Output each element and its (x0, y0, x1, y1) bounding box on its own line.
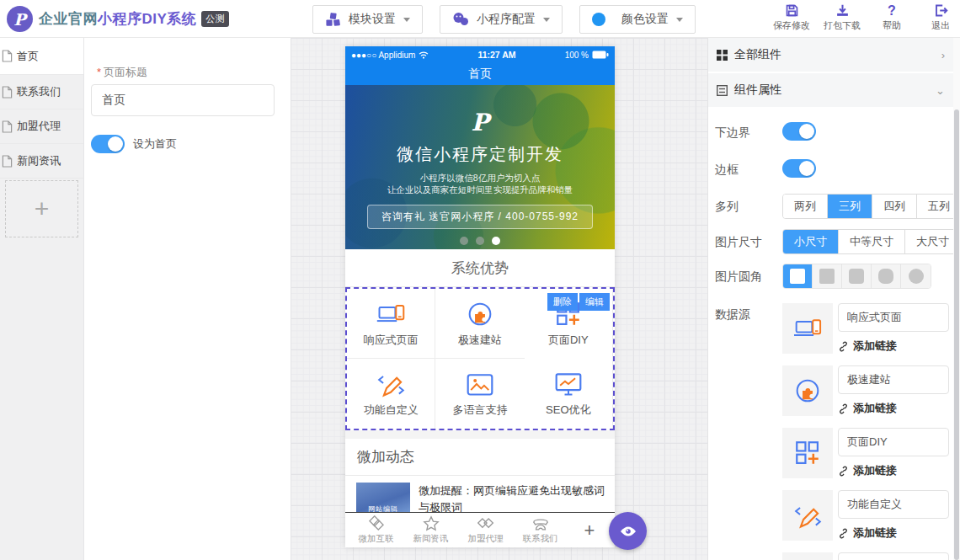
feature-cell-fastbuild[interactable]: 极速建站 (435, 289, 524, 359)
sidebar-item-contact[interactable]: 联系我们 (0, 75, 83, 109)
add-page-button[interactable]: + (5, 180, 78, 237)
radius-option-circle[interactable] (901, 264, 931, 288)
link-icon (838, 341, 849, 352)
sidebar-item-news[interactable]: 新闻资讯 (0, 144, 83, 179)
image-icon (465, 370, 495, 398)
wifi-icon (419, 51, 429, 59)
sidebar-item-label: 新闻资讯 (17, 153, 61, 168)
feature-grid-component-selected[interactable]: 删除 编辑 响应式页面 极速建站 页面DIY 功能自定义 多语言支持 (345, 287, 615, 430)
sidebar-item-label: 联系我们 (17, 84, 61, 99)
bottom-border-label: 下边界 (715, 125, 750, 141)
tab-agent[interactable]: 加盟代理 (458, 515, 513, 545)
feature-cell-custom[interactable]: 功能自定义 (347, 359, 435, 429)
datasource-thumb (782, 365, 833, 416)
phone-tab-bar: 微加互联 新闻资讯 加盟代理 联系我们 + (345, 512, 615, 547)
border-label: 边框 (715, 163, 739, 178)
carousel-dot[interactable] (460, 237, 468, 245)
bottom-border-toggle[interactable] (782, 122, 816, 141)
datasource-thumb (782, 428, 833, 478)
add-link-button[interactable]: 添加链接 (838, 339, 949, 354)
star-icon (422, 515, 440, 532)
phone-nav-bar: 首页 (345, 63, 615, 85)
tab-brand[interactable]: 微加互联 (349, 515, 403, 545)
chevron-down-icon: ⌄ (936, 84, 945, 97)
datasource-title-input[interactable] (838, 303, 949, 332)
datasource-title-input[interactable] (838, 552, 949, 560)
datasource-title-input[interactable] (838, 428, 949, 456)
battery-percent: 100 % (565, 51, 589, 60)
radius-option-square[interactable] (813, 264, 842, 288)
tab-add-button[interactable]: + (568, 520, 611, 541)
set-as-home-toggle[interactable] (91, 135, 125, 153)
news-list-item[interactable]: 网站编辑 微加提醒：网页编辑应避免出现敏感词 与极限词 (345, 476, 615, 512)
plus-icon: + (35, 196, 50, 221)
datasource-title-input[interactable] (838, 365, 949, 394)
modules-settings-menu[interactable]: 模块设置 (312, 5, 423, 34)
scrollbar-thumb[interactable] (954, 109, 959, 560)
sidebar-item-home[interactable]: 首页 (0, 38, 83, 75)
inspector-scrollbar[interactable] (953, 38, 960, 560)
tab-contact[interactable]: 联系我们 (513, 515, 568, 545)
app-logo: P 企业官网小程序DIY系统公测 (7, 6, 229, 32)
sidebar-item-agent[interactable]: 加盟代理 (0, 109, 83, 144)
component-props-header[interactable]: 组件属性 ⌄ (708, 73, 953, 107)
feature-cell-seo[interactable]: SEO优化 (525, 359, 613, 429)
page-settings-panel: *页面标题 设为首页 (84, 38, 291, 560)
set-as-home-label: 设为首页 (133, 136, 177, 152)
all-components-header[interactable]: 全部组件 › (708, 38, 953, 72)
radius-option-rounded-sm[interactable] (842, 264, 872, 288)
columns-option-2[interactable]: 两列 (783, 195, 828, 218)
phone-icon (531, 515, 550, 532)
image-size-segmented-control: 小尺寸 中等尺寸 大尺寸 (782, 229, 960, 254)
columns-option-3-selected[interactable]: 三列 (828, 195, 872, 218)
design-canvas: ●●●○○ Applidium 11:27 AM 100 % 首页 P 微信小程… (291, 38, 707, 560)
delete-component-button[interactable]: 删除 (547, 293, 578, 311)
pencil-icon (376, 370, 406, 398)
download-button[interactable]: 打包下载 (824, 3, 861, 32)
feature-cell-responsive[interactable]: 响应式页面 (347, 289, 435, 359)
radius-option-rounded-md[interactable] (872, 264, 901, 288)
chevron-down-icon (403, 18, 410, 22)
border-toggle[interactable] (782, 159, 816, 178)
app-title: 企业官网小程序DIY系统公测 (39, 9, 229, 29)
miniprogram-config-menu[interactable]: 小程序配置 (440, 5, 563, 34)
download-icon (835, 3, 850, 18)
hero-cta-button[interactable]: 咨询有礼 送官网小程序 / 400-0755-992 (367, 205, 593, 229)
exit-button[interactable]: 退出 (923, 3, 958, 32)
page-title-input[interactable] (91, 84, 275, 116)
link-icon (838, 528, 849, 539)
add-link-button[interactable]: 添加链接 (838, 401, 949, 416)
sidebar-item-label: 首页 (17, 49, 39, 64)
toggle-knob (108, 136, 123, 152)
add-link-button[interactable]: 添加链接 (838, 463, 949, 478)
tab-news[interactable]: 新闻资讯 (403, 515, 458, 545)
eye-icon (620, 525, 637, 537)
columns-option-4[interactable]: 四列 (872, 195, 917, 218)
image-size-small-selected[interactable]: 小尺寸 (783, 230, 839, 253)
datasource-item-pagediy: 添加链接 (782, 428, 949, 478)
image-size-large[interactable]: 大尺寸 (905, 230, 960, 253)
help-button[interactable]: ? 帮助 (874, 3, 909, 32)
radius-option-square-selected[interactable] (783, 264, 813, 288)
add-link-button[interactable]: 添加链接 (838, 525, 949, 541)
chevron-down-icon (676, 18, 683, 22)
preview-button[interactable] (609, 512, 647, 550)
toggle-knob (799, 161, 814, 176)
edit-component-button[interactable]: 编辑 (579, 293, 610, 311)
datasource-title-input[interactable] (838, 490, 949, 519)
save-button[interactable]: 保存修改 (773, 3, 810, 32)
columns-segmented-control: 两列 三列 四列 五列 (782, 194, 960, 219)
datasource-item-custom: 添加链接 (782, 490, 949, 541)
feature-cell-multilang[interactable]: 多语言支持 (435, 359, 524, 429)
carousel-dots (345, 237, 615, 245)
advantages-section-title: 系统优势 (345, 249, 615, 287)
color-settings-menu[interactable]: 颜色设置 (579, 5, 696, 34)
page-list-sidebar: 首页 联系我们 加盟代理 新闻资讯 + (0, 38, 84, 560)
hero-banner[interactable]: P 微信小程序定制开发 小程序以微信8亿用户为切入点 让企业以及商家在短时间里实… (345, 85, 615, 249)
carousel-dot[interactable] (476, 237, 484, 245)
carousel-dot-active[interactable] (492, 237, 500, 245)
image-size-medium[interactable]: 中等尺寸 (839, 230, 905, 253)
section-gap (345, 430, 615, 439)
help-label: 帮助 (883, 19, 901, 32)
save-icon (785, 3, 799, 18)
